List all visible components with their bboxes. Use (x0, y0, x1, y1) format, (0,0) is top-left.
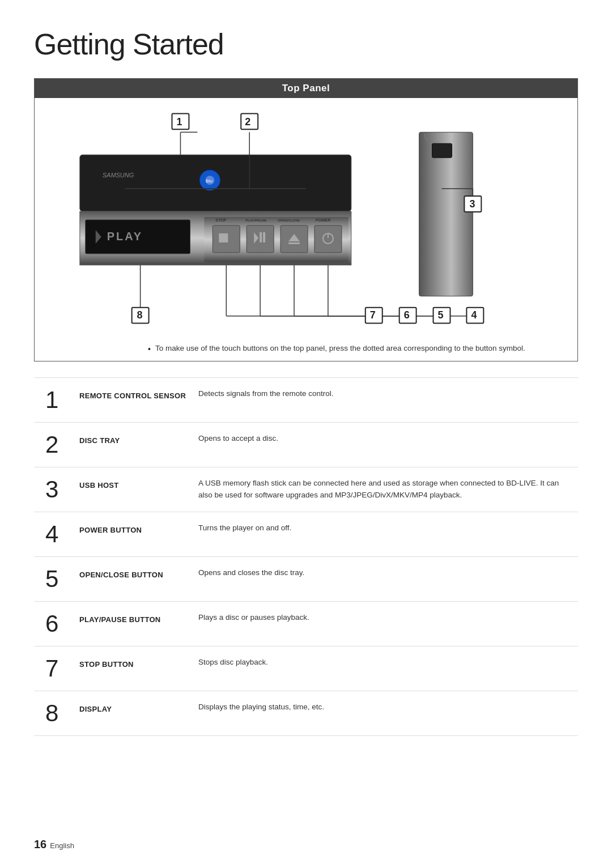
feature-desc-6: Plays a disc or pauses playback. (193, 602, 578, 646)
page-footer: 16 English (34, 838, 74, 851)
feature-desc-4: Turns the player on and off. (193, 512, 578, 557)
top-panel-header: Top Panel (35, 79, 577, 98)
svg-text:SAMSUNG: SAMSUNG (103, 172, 134, 178)
svg-text:POWER: POWER (316, 218, 330, 222)
svg-text:ψ: ψ (424, 130, 431, 142)
page-number: 16 (34, 838, 46, 851)
bullet-icon: • (148, 344, 151, 354)
feature-desc-2: Opens to accept a disc. (193, 423, 578, 467)
feature-row-8: 8 DISPLAY Displays the playing status, t… (34, 691, 578, 736)
svg-text:5: 5 (438, 309, 444, 321)
feature-number-5: 5 (34, 557, 79, 602)
svg-text:STOP: STOP (215, 218, 226, 222)
page-language: English (50, 841, 74, 850)
svg-text:3: 3 (469, 198, 475, 210)
device-diagram: SAMSUNG Blu PLAY STOP (35, 101, 577, 333)
feature-row-6: 6 PLAY/PAUSE BUTTON Plays a disc or paus… (34, 602, 578, 646)
svg-text:8: 8 (137, 309, 143, 321)
feature-row-3: 3 USB HOST A USB memory flash stick can … (34, 467, 578, 512)
feature-row-1: 1 REMOTE CONTROL SENSOR Detects signals … (34, 378, 578, 423)
svg-text:4: 4 (471, 309, 477, 321)
svg-text:Blu: Blu (206, 178, 212, 184)
feature-label-7: STOP BUTTON (79, 646, 193, 691)
svg-text:6: 6 (404, 309, 410, 321)
svg-text:PLAY/PAUSE: PLAY/PAUSE (245, 219, 266, 222)
feature-row-7: 7 STOP BUTTON Stops disc playback. (34, 646, 578, 691)
feature-number-4: 4 (34, 512, 79, 557)
svg-text:OPEN/CLOSE: OPEN/CLOSE (278, 219, 300, 222)
feature-label-8: DISPLAY (79, 691, 193, 736)
svg-rect-18 (263, 232, 265, 242)
svg-text:1: 1 (176, 116, 182, 127)
svg-rect-17 (260, 232, 262, 242)
svg-text:7: 7 (370, 309, 376, 321)
feature-row-2: 2 DISC TRAY Opens to accept a disc. (34, 423, 578, 467)
page-title: Getting Started (34, 27, 578, 61)
feature-label-5: OPEN/CLOSE BUTTON (79, 557, 193, 602)
svg-rect-28 (432, 143, 452, 158)
feature-label-6: PLAY/PAUSE BUTTON (79, 602, 193, 646)
feature-row-4: 4 POWER BUTTON Turns the player on and o… (34, 512, 578, 557)
feature-number-7: 7 (34, 646, 79, 691)
svg-rect-22 (288, 242, 300, 244)
feature-row-5: 5 OPEN/CLOSE BUTTON Opens and closes the… (34, 557, 578, 602)
feature-number-6: 6 (34, 602, 79, 646)
feature-desc-5: Opens and closes the disc tray. (193, 557, 578, 602)
features-table: 1 REMOTE CONTROL SENSOR Detects signals … (34, 377, 578, 736)
feature-label-3: USB HOST (79, 467, 193, 512)
feature-number-8: 8 (34, 691, 79, 736)
feature-number-1: 1 (34, 378, 79, 423)
feature-desc-1: Detects signals from the remote control. (193, 378, 578, 423)
feature-label-2: DISC TRAY (79, 423, 193, 467)
svg-rect-23 (314, 225, 342, 253)
feature-number-2: 2 (34, 423, 79, 467)
svg-text:2: 2 (245, 116, 250, 127)
feature-desc-3: A USB memory flash stick can be connecte… (193, 467, 578, 512)
diagram-area: SAMSUNG Blu PLAY STOP (35, 98, 577, 336)
feature-desc-7: Stops disc playback. (193, 646, 578, 691)
note-area: • To make use of the touch buttons on th… (35, 336, 577, 361)
feature-desc-8: Displays the playing status, time, etc. (193, 691, 578, 736)
feature-number-3: 3 (34, 467, 79, 512)
svg-rect-13 (219, 233, 228, 242)
feature-label-4: POWER BUTTON (79, 512, 193, 557)
feature-label-1: REMOTE CONTROL SENSOR (79, 378, 193, 423)
top-panel-section: Top Panel (34, 78, 578, 361)
svg-text:PLAY: PLAY (107, 230, 143, 242)
note-text: To make use of the touch buttons on the … (155, 343, 525, 354)
